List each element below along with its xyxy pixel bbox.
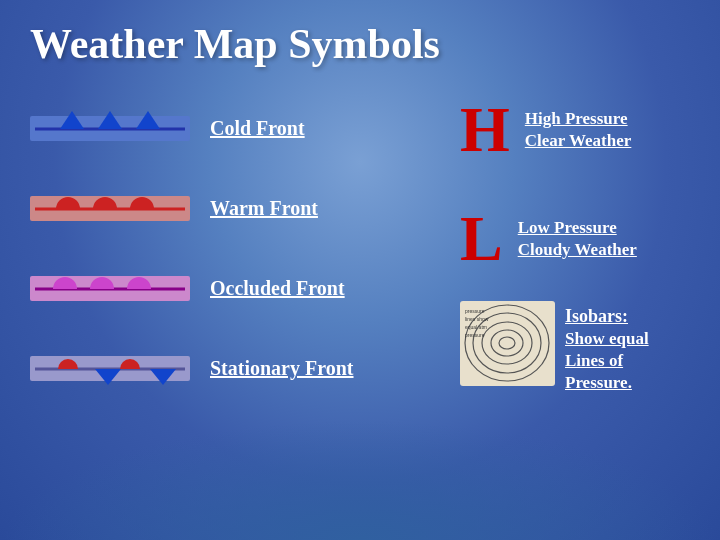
- occluded-front-row: Occluded Front: [30, 258, 440, 318]
- stationary-front-label: Stationary Front: [210, 357, 354, 380]
- isobar-diagram: pressure lines show equal atm pressure: [460, 301, 555, 386]
- low-pressure-item: L Low Pressure Cloudy Weather: [460, 207, 690, 271]
- warm-front-label: Warm Front: [210, 197, 318, 220]
- left-column: Cold Front: [30, 98, 440, 398]
- low-pressure-labels: Low Pressure Cloudy Weather: [518, 218, 637, 260]
- clear-weather-label: Clear Weather: [525, 131, 632, 151]
- show-equal-label: Show equal: [565, 329, 649, 349]
- isobar-labels: Isobars: Show equal Lines of Pressure.: [565, 301, 649, 393]
- cold-front-label: Cold Front: [210, 117, 305, 140]
- page-title: Weather Map Symbols: [30, 20, 690, 68]
- cloudy-weather-label: Cloudy Weather: [518, 240, 637, 260]
- warm-front-symbol: [30, 178, 190, 238]
- low-pressure-letter: L: [460, 207, 503, 271]
- stationary-front-symbol: [30, 338, 190, 398]
- pressure-label: Pressure.: [565, 373, 649, 393]
- high-pressure-label: High Pressure: [525, 109, 632, 129]
- lines-of-label: Lines of: [565, 351, 649, 371]
- svg-text:equal atm: equal atm: [465, 324, 487, 330]
- high-pressure-labels: High Pressure Clear Weather: [525, 109, 632, 151]
- cold-front-symbol: [30, 98, 190, 158]
- low-pressure-label: Low Pressure: [518, 218, 637, 238]
- svg-text:lines show: lines show: [465, 316, 489, 322]
- occluded-front-symbol: [30, 258, 190, 318]
- svg-text:pressure: pressure: [465, 308, 485, 314]
- high-pressure-item: H High Pressure Clear Weather: [460, 98, 690, 162]
- isobars-section: pressure lines show equal atm pressure I…: [460, 301, 690, 393]
- content-area: Cold Front: [30, 98, 690, 398]
- cold-front-row: Cold Front: [30, 98, 440, 158]
- occluded-front-label: Occluded Front: [210, 277, 345, 300]
- stationary-front-row: Stationary Front: [30, 338, 440, 398]
- right-column: H High Pressure Clear Weather L Low Pres…: [460, 98, 690, 398]
- isobars-title-label: Isobars:: [565, 306, 649, 327]
- high-pressure-letter: H: [460, 98, 510, 162]
- svg-text:pressure: pressure: [465, 332, 485, 338]
- isobars-row: pressure lines show equal atm pressure I…: [460, 301, 690, 393]
- main-container: Weather Map Symbols: [0, 0, 720, 540]
- warm-front-row: Warm Front: [30, 178, 440, 238]
